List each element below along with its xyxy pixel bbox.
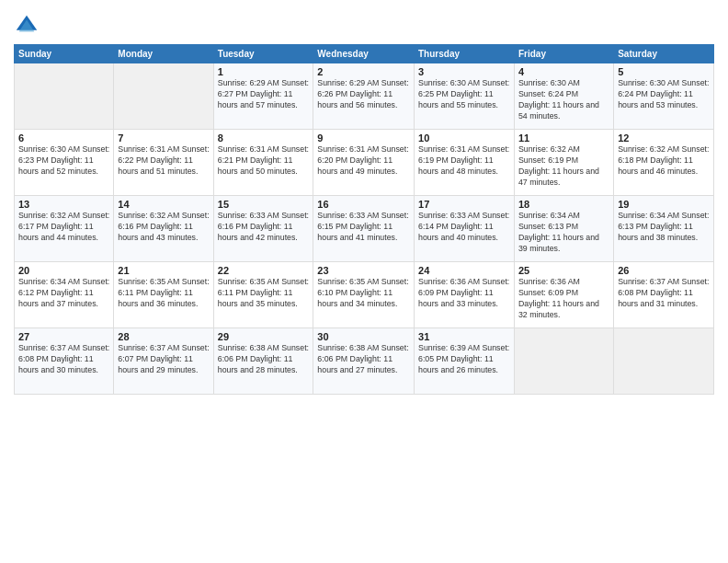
calendar-cell: 4Sunrise: 6:30 AM Sunset: 6:24 PM Daylig… [514,63,613,130]
calendar-cell: 25Sunrise: 6:36 AM Sunset: 6:09 PM Dayli… [514,262,613,328]
calendar-cell: 13Sunrise: 6:32 AM Sunset: 6:17 PM Dayli… [15,196,114,262]
calendar-cell: 2Sunrise: 6:29 AM Sunset: 6:26 PM Daylig… [313,63,415,130]
header-day-thursday: Thursday [415,45,515,63]
calendar-cell: 30Sunrise: 6:38 AM Sunset: 6:06 PM Dayli… [313,328,415,395]
calendar-cell: 15Sunrise: 6:33 AM Sunset: 6:16 PM Dayli… [213,196,313,262]
day-number: 24 [418,265,510,276]
week-row-3: 13Sunrise: 6:32 AM Sunset: 6:17 PM Dayli… [15,196,714,262]
day-detail: Sunrise: 6:34 AM Sunset: 6:12 PM Dayligh… [18,277,109,310]
week-row-1: 1Sunrise: 6:29 AM Sunset: 6:27 PM Daylig… [15,63,714,130]
header-day-sunday: Sunday [15,45,114,63]
calendar-cell [514,328,613,395]
week-row-5: 27Sunrise: 6:37 AM Sunset: 6:08 PM Dayli… [15,328,714,395]
day-detail: Sunrise: 6:32 AM Sunset: 6:17 PM Dayligh… [18,211,109,244]
day-number: 11 [518,132,609,144]
day-number: 23 [317,265,410,276]
week-row-4: 20Sunrise: 6:34 AM Sunset: 6:12 PM Dayli… [15,262,714,328]
calendar-cell [15,63,114,130]
calendar-cell: 22Sunrise: 6:35 AM Sunset: 6:11 PM Dayli… [213,262,313,328]
day-number: 2 [317,66,410,77]
day-detail: Sunrise: 6:37 AM Sunset: 6:07 PM Dayligh… [118,343,209,376]
day-detail: Sunrise: 6:30 AM Sunset: 6:24 PM Dayligh… [618,78,710,111]
day-number: 10 [418,132,510,144]
day-detail: Sunrise: 6:38 AM Sunset: 6:06 PM Dayligh… [317,343,410,376]
header-day-wednesday: Wednesday [313,45,415,63]
day-number: 28 [118,331,209,342]
day-number: 4 [518,66,609,77]
day-detail: Sunrise: 6:35 AM Sunset: 6:11 PM Dayligh… [218,277,310,310]
day-number: 1 [218,66,310,77]
day-detail: Sunrise: 6:35 AM Sunset: 6:11 PM Dayligh… [118,277,209,310]
day-number: 25 [518,265,609,276]
day-number: 15 [218,199,310,210]
day-number: 16 [317,199,410,210]
day-number: 3 [418,66,510,77]
calendar-cell: 19Sunrise: 6:34 AM Sunset: 6:13 PM Dayli… [614,196,714,262]
logo [14,13,42,39]
day-detail: Sunrise: 6:36 AM Sunset: 6:09 PM Dayligh… [518,277,609,321]
calendar-cell: 21Sunrise: 6:35 AM Sunset: 6:11 PM Dayli… [114,262,213,328]
calendar-cell: 11Sunrise: 6:32 AM Sunset: 6:19 PM Dayli… [514,130,613,196]
header-day-tuesday: Tuesday [213,45,313,63]
calendar-cell: 5Sunrise: 6:30 AM Sunset: 6:24 PM Daylig… [614,63,714,130]
day-number: 19 [618,199,710,210]
calendar-cell [614,328,714,395]
day-number: 21 [118,265,209,276]
calendar-cell: 29Sunrise: 6:38 AM Sunset: 6:06 PM Dayli… [213,328,313,395]
day-number: 7 [118,132,209,144]
day-number: 20 [18,265,109,276]
day-detail: Sunrise: 6:30 AM Sunset: 6:24 PM Dayligh… [518,78,609,122]
day-number: 29 [218,331,310,342]
calendar-cell: 18Sunrise: 6:34 AM Sunset: 6:13 PM Dayli… [514,196,613,262]
calendar: SundayMondayTuesdayWednesdayThursdayFrid… [14,44,714,395]
calendar-cell: 26Sunrise: 6:37 AM Sunset: 6:08 PM Dayli… [614,262,714,328]
header-day-friday: Friday [514,45,613,63]
calendar-cell: 10Sunrise: 6:31 AM Sunset: 6:19 PM Dayli… [415,130,515,196]
day-detail: Sunrise: 6:39 AM Sunset: 6:05 PM Dayligh… [418,343,510,376]
day-detail: Sunrise: 6:32 AM Sunset: 6:19 PM Dayligh… [518,144,609,189]
day-detail: Sunrise: 6:33 AM Sunset: 6:14 PM Dayligh… [418,211,510,244]
calendar-cell: 17Sunrise: 6:33 AM Sunset: 6:14 PM Dayli… [415,196,515,262]
calendar-cell: 7Sunrise: 6:31 AM Sunset: 6:22 PM Daylig… [114,130,213,196]
day-number: 26 [618,265,710,276]
day-detail: Sunrise: 6:30 AM Sunset: 6:25 PM Dayligh… [418,78,510,111]
day-detail: Sunrise: 6:29 AM Sunset: 6:27 PM Dayligh… [218,78,310,111]
calendar-cell: 24Sunrise: 6:36 AM Sunset: 6:09 PM Dayli… [415,262,515,328]
day-number: 6 [18,132,109,144]
calendar-cell: 8Sunrise: 6:31 AM Sunset: 6:21 PM Daylig… [213,130,313,196]
day-number: 13 [18,199,109,210]
calendar-cell: 6Sunrise: 6:30 AM Sunset: 6:23 PM Daylig… [15,130,114,196]
calendar-cell: 23Sunrise: 6:35 AM Sunset: 6:10 PM Dayli… [313,262,415,328]
calendar-cell: 14Sunrise: 6:32 AM Sunset: 6:16 PM Dayli… [114,196,213,262]
calendar-cell [114,63,213,130]
day-number: 14 [118,199,209,210]
calendar-cell: 28Sunrise: 6:37 AM Sunset: 6:07 PM Dayli… [114,328,213,395]
day-number: 5 [618,66,710,77]
calendar-cell: 12Sunrise: 6:32 AM Sunset: 6:18 PM Dayli… [614,130,714,196]
day-number: 9 [317,132,410,144]
day-detail: Sunrise: 6:31 AM Sunset: 6:20 PM Dayligh… [317,144,410,178]
calendar-header: SundayMondayTuesdayWednesdayThursdayFrid… [15,45,714,63]
day-number: 30 [317,331,410,342]
logo-icon [14,13,40,39]
day-detail: Sunrise: 6:32 AM Sunset: 6:16 PM Dayligh… [118,211,209,244]
day-detail: Sunrise: 6:38 AM Sunset: 6:06 PM Dayligh… [218,343,310,376]
day-detail: Sunrise: 6:33 AM Sunset: 6:15 PM Dayligh… [317,211,410,244]
header-row: SundayMondayTuesdayWednesdayThursdayFrid… [15,45,714,63]
day-detail: Sunrise: 6:33 AM Sunset: 6:16 PM Dayligh… [218,211,310,244]
header [14,9,714,39]
day-number: 12 [618,132,710,144]
day-detail: Sunrise: 6:31 AM Sunset: 6:19 PM Dayligh… [418,144,510,178]
calendar-cell: 16Sunrise: 6:33 AM Sunset: 6:15 PM Dayli… [313,196,415,262]
day-detail: Sunrise: 6:34 AM Sunset: 6:13 PM Dayligh… [518,211,609,255]
day-detail: Sunrise: 6:37 AM Sunset: 6:08 PM Dayligh… [618,277,710,310]
day-number: 17 [418,199,510,210]
day-detail: Sunrise: 6:34 AM Sunset: 6:13 PM Dayligh… [618,211,710,244]
day-number: 8 [218,132,310,144]
day-detail: Sunrise: 6:36 AM Sunset: 6:09 PM Dayligh… [418,277,510,310]
calendar-cell: 9Sunrise: 6:31 AM Sunset: 6:20 PM Daylig… [313,130,415,196]
day-number: 27 [18,331,109,342]
day-detail: Sunrise: 6:31 AM Sunset: 6:21 PM Dayligh… [218,144,310,178]
day-detail: Sunrise: 6:32 AM Sunset: 6:18 PM Dayligh… [618,144,710,178]
day-number: 31 [418,331,510,342]
